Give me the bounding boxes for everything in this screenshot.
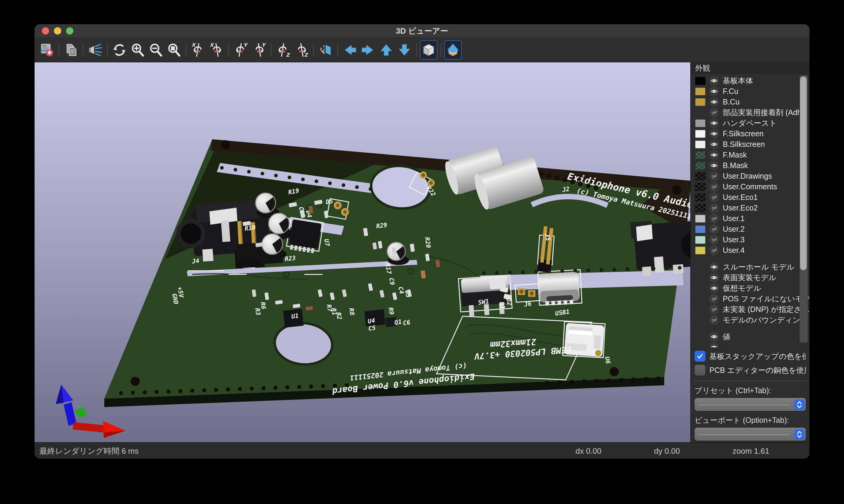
layer-color-swatch[interactable] <box>695 162 705 169</box>
copy-image-button[interactable] <box>62 40 80 60</box>
visibility-eye-button[interactable] <box>709 332 719 342</box>
layer-color-swatch[interactable] <box>695 88 705 95</box>
layer-color-swatch[interactable] <box>695 204 705 212</box>
stepper-icon[interactable] <box>794 399 805 410</box>
visibility-eye-button[interactable] <box>709 182 719 192</box>
pcb-3d-scene: Exidiophone v6.0 Audio Board (c) Tomoya … <box>35 62 690 442</box>
visibility-eye-button[interactable] <box>709 171 719 181</box>
layer-color-swatch[interactable] <box>695 183 705 191</box>
layer-color-swatch[interactable] <box>695 236 705 244</box>
layer-color-swatch <box>695 295 705 303</box>
usb-connector <box>538 272 580 306</box>
projection-cube-button[interactable] <box>420 40 437 60</box>
visibility-eye-button[interactable] <box>709 97 719 107</box>
ref-label: U7 <box>323 238 331 247</box>
raytrace-render-button[interactable] <box>86 40 104 60</box>
visibility-eye-button[interactable] <box>709 192 719 202</box>
plus-silkscreen: + <box>590 348 595 357</box>
zoom-out-button[interactable] <box>147 40 165 60</box>
visibility-eye-button[interactable] <box>709 294 719 304</box>
visibility-eye-button[interactable] <box>709 214 719 223</box>
layer-color-swatch[interactable] <box>695 130 705 138</box>
pan-up-button[interactable] <box>377 40 395 60</box>
pan-right-button[interactable] <box>359 40 377 60</box>
visibility-eye-button[interactable] <box>709 245 719 255</box>
3d-viewport[interactable]: Exidiophone v6.0 Audio Board (c) Tomoya … <box>35 62 690 442</box>
use-stackup-colors-checkbox[interactable] <box>694 351 705 362</box>
copy-image-icon <box>63 42 79 58</box>
ref-label: C5 <box>368 324 376 332</box>
eye-visible-icon <box>710 88 718 95</box>
toolbar: X X Y Y Z Z <box>35 38 809 62</box>
layer-color-swatch[interactable] <box>695 77 705 85</box>
layer-label: B.Cu <box>723 97 809 106</box>
visibility-eye-button[interactable] <box>709 273 719 283</box>
layer-label: User.Eco1 <box>723 193 809 202</box>
visibility-eye-button[interactable] <box>709 129 719 139</box>
appearance-panel-title: 外観 <box>691 62 809 74</box>
layer-color-swatch[interactable] <box>695 194 705 201</box>
use-pcb-editor-copper-checkbox[interactable] <box>694 365 705 376</box>
zoom-fit-button[interactable] <box>165 40 183 60</box>
visibility-eye-button[interactable] <box>709 139 719 149</box>
layer-color-swatch <box>695 274 705 282</box>
chevron-up-down-icon <box>796 430 803 438</box>
stepper-icon[interactable] <box>794 429 805 439</box>
eye-hidden-icon <box>710 247 718 254</box>
viewport-select[interactable] <box>694 428 806 441</box>
ref-label: R29 <box>376 221 387 230</box>
visibility-eye-button[interactable] <box>709 224 719 234</box>
visibility-eye-button[interactable] <box>709 342 719 347</box>
rotate-z-cw-button[interactable]: Z <box>293 40 310 60</box>
svg-text:Z: Z <box>304 52 308 58</box>
pan-down-button[interactable] <box>396 40 413 60</box>
visibility-eye-button[interactable] <box>709 203 719 213</box>
visibility-eye-button[interactable] <box>709 262 719 272</box>
layer-label: F.Cu <box>723 87 809 96</box>
eye-hidden-icon <box>710 194 718 201</box>
layer-color-swatch[interactable] <box>695 172 705 180</box>
dy-status: dy 0.00 <box>654 443 680 458</box>
layer-color-swatch <box>695 343 705 348</box>
visibility-eye-button[interactable] <box>709 118 719 128</box>
flip-board-button[interactable] <box>317 40 334 60</box>
rotate-y-cw-button[interactable]: Y <box>250 40 268 60</box>
visibility-eye-button[interactable] <box>709 283 719 293</box>
visibility-eye-button[interactable] <box>709 235 719 245</box>
flip-board-icon <box>318 42 333 58</box>
visibility-eye-button[interactable] <box>709 108 719 118</box>
rotate-y-ccw-button[interactable]: Y <box>232 40 249 60</box>
layers-toggle-button[interactable] <box>444 40 462 60</box>
reload-board-button[interactable] <box>38 40 55 60</box>
scrollbar-track[interactable] <box>799 75 808 343</box>
model-option-row: 表面実装モデル <box>691 272 809 283</box>
zoom-in-button[interactable] <box>129 40 147 60</box>
layer-color-swatch[interactable] <box>695 215 705 222</box>
layer-color-swatch[interactable] <box>695 226 705 233</box>
layer-color-swatch[interactable] <box>695 151 705 159</box>
toolbar-separator <box>58 43 59 57</box>
refresh-view-button[interactable] <box>111 40 128 60</box>
visibility-eye-button[interactable] <box>709 304 719 314</box>
layer-color-swatch[interactable] <box>695 119 705 127</box>
visibility-eye-button[interactable] <box>709 150 719 160</box>
layer-color-swatch[interactable] <box>695 141 705 148</box>
model-option-row: POS ファイルにないモデ <box>691 293 809 304</box>
pan-left-button[interactable] <box>341 40 359 60</box>
ref-label: J2 <box>562 185 570 194</box>
rotate-x-ccw-button[interactable]: X <box>189 40 207 60</box>
preset-select[interactable] <box>694 398 806 411</box>
layer-color-swatch[interactable] <box>695 247 705 254</box>
layer-color-swatch[interactable] <box>695 98 705 106</box>
scrollbar-thumb[interactable] <box>800 76 807 270</box>
viewport-label: ビューポート (Option+Tab): <box>694 415 809 425</box>
titlebar[interactable]: 3D ビューアー <box>35 24 809 38</box>
ref-label: C9 <box>388 277 396 285</box>
layer-label: User.4 <box>723 246 809 255</box>
visibility-eye-button[interactable] <box>709 76 719 86</box>
visibility-eye-button[interactable] <box>709 315 719 325</box>
rotate-z-ccw-button[interactable]: Z <box>274 40 292 60</box>
visibility-eye-button[interactable] <box>709 161 719 170</box>
rotate-x-cw-button[interactable]: X <box>208 40 225 60</box>
visibility-eye-button[interactable] <box>709 86 719 96</box>
